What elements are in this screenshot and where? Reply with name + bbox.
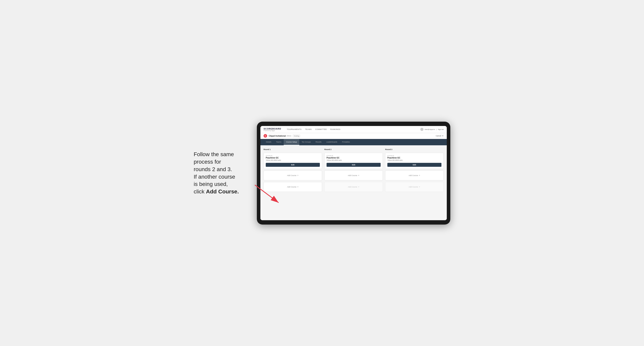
tablet-frame: SCOREBOARD Powered by clippd TOURNAMENTS… xyxy=(257,122,450,225)
user-email: blair@clippd.io xyxy=(425,129,435,130)
tab-printables[interactable]: Printables xyxy=(340,139,352,145)
top-nav: SCOREBOARD Powered by clippd TOURNAMENTS… xyxy=(260,126,447,133)
add-course-r2-1-text: Add Course xyxy=(348,174,357,176)
plus-icon-r2-2: + xyxy=(358,185,359,188)
add-course-r2-2-text: Add Course xyxy=(348,186,357,188)
tab-teams[interactable]: Teams xyxy=(274,139,284,145)
round-1-add-course-2[interactable]: Add Course + xyxy=(264,182,322,192)
tab-details[interactable]: Details xyxy=(264,139,274,145)
instruction-line2: process for xyxy=(194,159,221,165)
brand-title: SCOREBOARD xyxy=(264,128,281,130)
sub-header: C Clippd Invitational (Men) Hosting Canc… xyxy=(260,133,447,139)
rounds-grid: Round 1 (Course A) Peachtree GC Yellow (… xyxy=(264,149,444,192)
add-course-r3-1-text: Add Course xyxy=(409,174,418,176)
round-3-edit-button[interactable]: Edit xyxy=(387,163,442,167)
nav-tournaments[interactable]: TOURNAMENTS xyxy=(285,128,303,131)
brand-subtitle: Powered by clippd xyxy=(264,130,281,131)
round-1-add-course-1[interactable]: Add Course + xyxy=(264,171,322,180)
plus-icon-2: + xyxy=(297,185,298,188)
add-course-1-text: Add Course xyxy=(287,174,296,176)
cancel-button[interactable]: Cancel ✕ xyxy=(436,135,444,137)
round-1-column: Round 1 (Course A) Peachtree GC Yellow (… xyxy=(264,149,322,192)
nav-teams[interactable]: TEAMS xyxy=(304,128,313,131)
clippd-logo: C xyxy=(264,134,267,138)
round-2-course-name: Peachtree GC xyxy=(326,157,381,159)
round-3-course-card: (Course A) Peachtree GC Yellow (M) (6629… xyxy=(385,153,444,169)
instruction-line6-plain: click xyxy=(194,188,206,194)
round-3-course-name: Peachtree GC xyxy=(387,157,442,159)
round-2-add-course-1[interactable]: Add Course + xyxy=(324,171,383,180)
round-1-edit-button[interactable]: Edit xyxy=(266,163,320,167)
tab-leaderboards[interactable]: Leaderboards xyxy=(324,139,340,145)
instruction-line6-bold: Add Course. xyxy=(206,188,239,194)
instruction-line3: rounds 2 and 3. xyxy=(194,166,232,172)
close-icon: ✕ xyxy=(442,135,444,137)
round-2-slot-label: (Course A) xyxy=(326,155,381,156)
round-3-label: Round 3 xyxy=(385,149,444,151)
tablet-screen: SCOREBOARD Powered by clippd TOURNAMENTS… xyxy=(260,126,447,220)
round-2-add-course-2: Add Course + xyxy=(324,182,383,192)
round-1-course-details: Yellow (M) (6629 yds) xyxy=(266,159,320,161)
brand-logo: SCOREBOARD Powered by clippd xyxy=(264,128,281,131)
nav-separator: | xyxy=(436,129,437,130)
instruction-line4: If another course xyxy=(194,174,235,180)
round-1-course-name: Peachtree GC xyxy=(266,157,320,159)
user-avatar xyxy=(420,128,424,131)
round-3-course-details: Yellow (M) (6629 yds) xyxy=(387,159,442,161)
hosting-badge: Hosting xyxy=(293,135,300,137)
round-1-course-card: (Course A) Peachtree GC Yellow (M) (6629… xyxy=(264,153,322,169)
plus-icon-r3-1: + xyxy=(419,174,420,177)
nav-links: TOURNAMENTS TEAMS COMMITTEE RANKINGS xyxy=(285,128,420,131)
round-3-add-course-1[interactable]: Add Course + xyxy=(385,171,444,180)
plus-icon-r3-2: + xyxy=(419,185,420,188)
instruction-line5: is being used, xyxy=(194,181,228,187)
round-3-add-course-2: Add Course + xyxy=(385,182,444,192)
tournament-name: Clippd Invitational xyxy=(269,135,286,137)
sign-out-link[interactable]: Sign out xyxy=(438,129,444,130)
tab-course-setup[interactable]: Course Setup xyxy=(284,139,299,145)
nav-committee[interactable]: COMMITTEE xyxy=(314,128,328,131)
page-wrapper: Follow the same process for rounds 2 and… xyxy=(194,122,450,225)
instruction-line1: Follow the same xyxy=(194,151,234,157)
tournament-type: (Men) xyxy=(287,135,292,137)
round-2-course-details: Yellow (M) (6629 yds) xyxy=(326,159,381,161)
add-course-2-text: Add Course xyxy=(287,186,296,188)
tab-bar: Details Teams Course Setup Tee Groups Re… xyxy=(260,139,447,145)
round-1-label: Round 1 xyxy=(264,149,322,151)
round-2-course-card: (Course A) Peachtree GC Yellow (M) (6629… xyxy=(324,153,383,169)
add-course-r3-2-text: Add Course xyxy=(409,186,418,188)
round-2-edit-button[interactable]: Edit xyxy=(326,163,381,167)
nav-right: blair@clippd.io | Sign out xyxy=(420,128,444,131)
tab-results[interactable]: Results xyxy=(313,139,324,145)
plus-icon-1: + xyxy=(297,174,298,177)
round-3-slot-label: (Course A) xyxy=(387,155,442,156)
main-content: Round 1 (Course A) Peachtree GC Yellow (… xyxy=(260,145,447,220)
tab-tee-groups[interactable]: Tee Groups xyxy=(299,139,313,145)
round-3-column: Round 3 (Course A) Peachtree GC Yellow (… xyxy=(385,149,444,192)
round-2-label: Round 2 xyxy=(324,149,383,151)
round-2-column: Round 2 (Course A) Peachtree GC Yellow (… xyxy=(324,149,383,192)
round-1-slot-label: (Course A) xyxy=(266,155,320,156)
instruction-panel: Follow the same process for rounds 2 and… xyxy=(194,151,249,195)
nav-rankings[interactable]: RANKINGS xyxy=(329,128,342,131)
plus-icon-r2-1: + xyxy=(358,174,359,177)
